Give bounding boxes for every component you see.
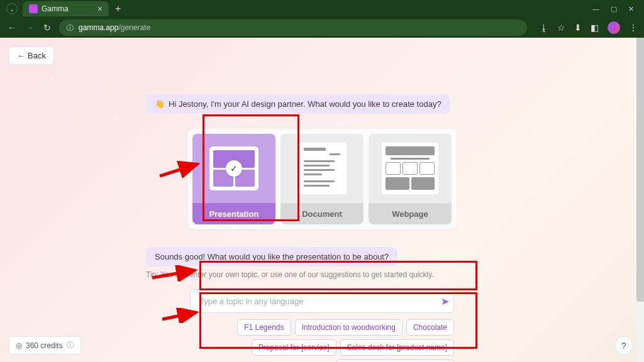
back-icon[interactable]: ←	[6, 23, 18, 33]
extensions-icon[interactable]: ◧	[591, 23, 599, 33]
minimize-icon[interactable]: —	[592, 5, 599, 13]
card-document-label: Document	[280, 203, 364, 224]
close-window-icon[interactable]: ✕	[628, 5, 634, 13]
card-presentation[interactable]: ✓ Presentation	[192, 134, 275, 224]
credits-text: 360 credits	[26, 341, 63, 350]
webpage-preview	[369, 134, 452, 203]
card-webpage-label: Webpage	[369, 203, 452, 224]
profile-avatar[interactable]	[608, 21, 620, 34]
back-button[interactable]: ← Back	[9, 47, 54, 65]
wave-icon: 👋	[155, 99, 165, 109]
presentation-preview: ✓	[192, 134, 275, 203]
suggestion-chip[interactable]: Introduction to woodworking	[295, 319, 402, 336]
forward-icon[interactable]: →	[24, 23, 35, 33]
suggestion-chip[interactable]: F1 Legends	[237, 319, 291, 336]
menu-icon[interactable]: ⋮	[629, 23, 638, 33]
browser-titlebar: ⌄ Gamma × + — ▢ ✕	[0, 0, 644, 18]
tab-search-button[interactable]: ⌄	[6, 3, 18, 14]
download-icon[interactable]: ⬇	[574, 23, 582, 33]
help-button[interactable]: ?	[615, 337, 633, 354]
ai-greeting-bubble: 👋 Hi Jestony, I'm your AI design partner…	[146, 94, 450, 114]
coin-icon: ◎	[16, 341, 22, 350]
url-bar[interactable]: ⓘ gamma.app/generate	[59, 19, 527, 36]
document-preview	[280, 134, 364, 203]
send-icon[interactable]: ➤	[441, 295, 449, 307]
card-webpage[interactable]: Webpage	[369, 134, 452, 224]
close-tab-icon[interactable]: ×	[97, 4, 103, 14]
bookmark-icon[interactable]: ☆	[557, 23, 565, 33]
topic-input[interactable]	[190, 289, 454, 313]
format-cards: ✓ Presentation Document	[187, 129, 457, 229]
url-text: gamma.app/generate	[79, 23, 150, 32]
greeting-text: Hi Jestony, I'm your AI design partner. …	[169, 99, 441, 109]
suggestion-chip[interactable]: Chocolate	[406, 319, 454, 336]
maximize-icon[interactable]: ▢	[611, 5, 617, 13]
scrollbar[interactable]	[636, 38, 644, 362]
info-icon: ⓘ	[67, 340, 74, 351]
back-label: Back	[28, 51, 46, 60]
install-app-icon[interactable]: ⭳	[540, 23, 548, 33]
page-background: ✦ ✦ ✦ ✦ ← Back 👋 Hi Jestony, I'm your AI…	[0, 38, 644, 362]
check-icon: ✓	[226, 160, 242, 177]
browser-toolbar: ← → ↻ ⓘ gamma.app/generate ⭳ ☆ ⬇ ◧ ⋮	[0, 18, 644, 38]
card-document[interactable]: Document	[280, 134, 364, 224]
card-presentation-label: Presentation	[192, 203, 275, 224]
credits-badge[interactable]: ◎ 360 credits ⓘ	[9, 336, 81, 354]
browser-tab[interactable]: Gamma ×	[23, 1, 109, 16]
gamma-favicon	[29, 4, 38, 13]
suggestion-chip[interactable]: Sales deck for [product name]	[340, 339, 454, 356]
scrollbar-thumb[interactable]	[636, 38, 644, 302]
site-info-icon[interactable]: ⓘ	[67, 23, 74, 33]
suggestion-chip[interactable]: Proposal for [service]	[252, 339, 336, 356]
arrow-left-icon: ←	[17, 51, 25, 60]
new-tab-button[interactable]: +	[115, 3, 121, 14]
tab-title: Gamma	[42, 4, 69, 13]
tip-text: Tip: You can enter your own topic, or us…	[146, 270, 434, 279]
reload-icon[interactable]: ↻	[42, 23, 53, 33]
page-viewport: ✦ ✦ ✦ ✦ ← Back 👋 Hi Jestony, I'm your AI…	[0, 38, 644, 362]
suggestion-chip[interactable]: The future of space exploration	[336, 359, 454, 362]
window-controls: — ▢ ✕	[592, 5, 640, 13]
suggestion-chips: F1 Legends Introduction to woodworking C…	[190, 319, 454, 362]
ai-followup-bubble: Sounds good! What would you like the pre…	[146, 247, 397, 266]
